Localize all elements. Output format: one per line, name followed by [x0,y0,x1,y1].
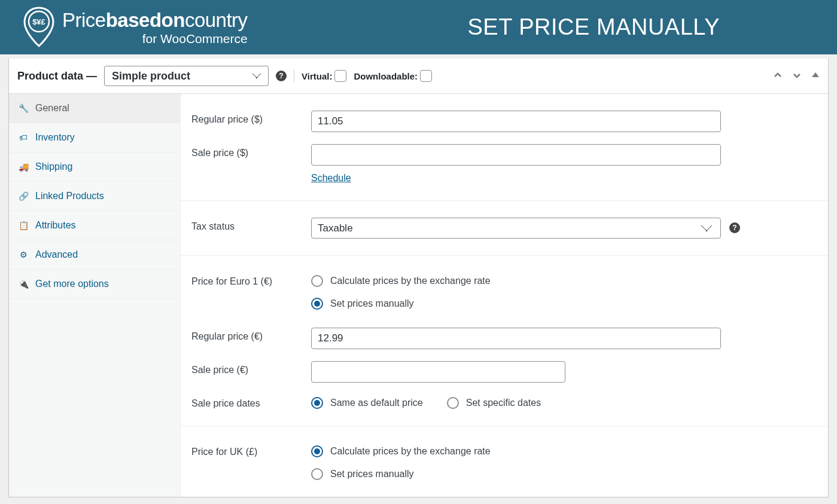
product-data-panel: Product data — Simple product ? Virtual:… [8,59,829,497]
panel-title: Product data — [17,70,97,83]
uk-block: Price for UK (£) Calculate prices by the… [181,426,828,497]
panel-body: 🔧General 🏷Inventory 🚚Shipping 🔗Linked Pr… [9,94,828,497]
list-icon: 📋 [19,221,28,230]
radio-label: Set prices manually [330,469,414,479]
gear-icon: ⚙ [19,250,28,259]
tax-status-label: Tax status [191,218,311,232]
help-icon[interactable]: ? [729,222,740,233]
sale-dates-label: Sale price dates [191,395,311,409]
radio-label: Set prices manually [330,298,414,309]
schedule-link[interactable]: Schedule [311,173,351,184]
sale-price-eur-input[interactable] [311,361,565,383]
price-block: Regular price ($) Sale price ($) Schedul… [181,94,828,201]
help-icon[interactable]: ? [276,71,287,81]
euro-block: Price for Euro 1 (€) Calculate prices by… [181,256,828,426]
downloadable-checkbox[interactable] [420,70,432,82]
sidebar-item-attributes[interactable]: 📋Attributes [9,211,180,240]
radio-icon [311,298,323,310]
logo-word-3: country [185,9,248,31]
panel-header: Product data — Simple product ? Virtual:… [9,59,828,94]
regular-price-input[interactable] [311,111,721,132]
logo-pin-icon: $¥£ [22,6,56,49]
sidebar-item-label: General [35,103,69,114]
sidebar-item-label: Linked Products [35,191,104,201]
sidebar-item-label: Inventory [35,132,75,143]
logo: $¥£ Pricebasedoncountry for WooCommerce [22,6,248,49]
tax-status-select[interactable]: Taxable [311,218,721,239]
virtual-toggle[interactable]: Virtual: [302,70,346,82]
tax-block: Tax status Taxable ? [181,201,828,256]
radio-label: Calculate prices by the exchange rate [330,276,491,286]
sale-dates-radio-same[interactable]: Same as default price [311,397,423,409]
uk-zone-label: Price for UK (£) [191,443,311,457]
wrench-icon: 🔧 [19,103,28,113]
radio-label: Calculate prices by the exchange rate [330,446,491,457]
uk-radio-calc[interactable]: Calculate prices by the exchange rate [311,445,721,457]
sidebar-item-label: Advanced [35,249,78,260]
radio-label: Set specific dates [466,398,541,408]
chevron-up-icon[interactable] [773,71,783,82]
truck-icon: 🚚 [19,162,28,172]
content-area: Regular price ($) Sale price ($) Schedul… [181,94,828,497]
logo-word-1: Price [62,9,106,31]
product-type-select[interactable]: Simple product [104,66,269,86]
uk-radio-manual[interactable]: Set prices manually [311,468,721,480]
logo-text: Pricebasedoncountry for WooCommerce [62,10,248,45]
divider [294,70,294,82]
radio-icon [447,397,459,409]
sale-dates-radio-specific[interactable]: Set specific dates [447,397,541,409]
svg-text:$¥£: $¥£ [32,17,45,26]
chevron-down-icon[interactable] [792,71,802,82]
sidebar-item-label: Attributes [35,220,76,231]
euro-radio-manual[interactable]: Set prices manually [311,298,721,310]
virtual-checkbox[interactable] [334,70,346,82]
banner-title: SET PRICE MANUALLY [468,14,720,40]
link-icon: 🔗 [19,191,28,201]
radio-icon [311,397,323,409]
sale-price-input[interactable] [311,144,721,166]
sale-price-label: Sale price ($) [191,144,311,158]
sidebar: 🔧General 🏷Inventory 🚚Shipping 🔗Linked Pr… [9,94,181,497]
sale-price-eur-label: Sale price (€) [191,361,311,375]
euro-zone-label: Price for Euro 1 (€) [191,273,311,287]
sidebar-item-advanced[interactable]: ⚙Advanced [9,240,180,270]
sidebar-item-inventory[interactable]: 🏷Inventory [9,123,180,152]
virtual-label: Virtual: [302,71,332,81]
downloadable-toggle[interactable]: Downloadable: [354,70,432,82]
sidebar-item-shipping[interactable]: 🚚Shipping [9,152,180,182]
triangle-up-icon[interactable] [811,71,820,82]
regular-price-label: Regular price ($) [191,111,311,125]
panel-toggle-icons [773,71,820,82]
logo-subtitle: for WooCommerce [62,32,248,45]
header-banner: $¥£ Pricebasedoncountry for WooCommerce … [0,0,837,54]
radio-icon [311,275,323,287]
downloadable-label: Downloadable: [354,71,418,81]
sidebar-item-label: Get more options [35,279,109,289]
sidebar-item-linked-products[interactable]: 🔗Linked Products [9,182,180,211]
radio-icon [311,468,323,480]
plug-icon: 🔌 [19,279,28,289]
radio-icon [311,445,323,457]
radio-label: Same as default price [330,398,423,408]
tag-icon: 🏷 [19,133,28,142]
regular-price-eur-label: Regular price (€) [191,328,311,342]
euro-radio-calc[interactable]: Calculate prices by the exchange rate [311,275,721,287]
sidebar-item-general[interactable]: 🔧General [9,94,180,123]
sidebar-item-get-more[interactable]: 🔌Get more options [9,270,180,299]
logo-word-2: basedon [106,9,185,31]
regular-price-eur-input[interactable] [311,328,721,349]
sidebar-item-label: Shipping [35,161,72,172]
